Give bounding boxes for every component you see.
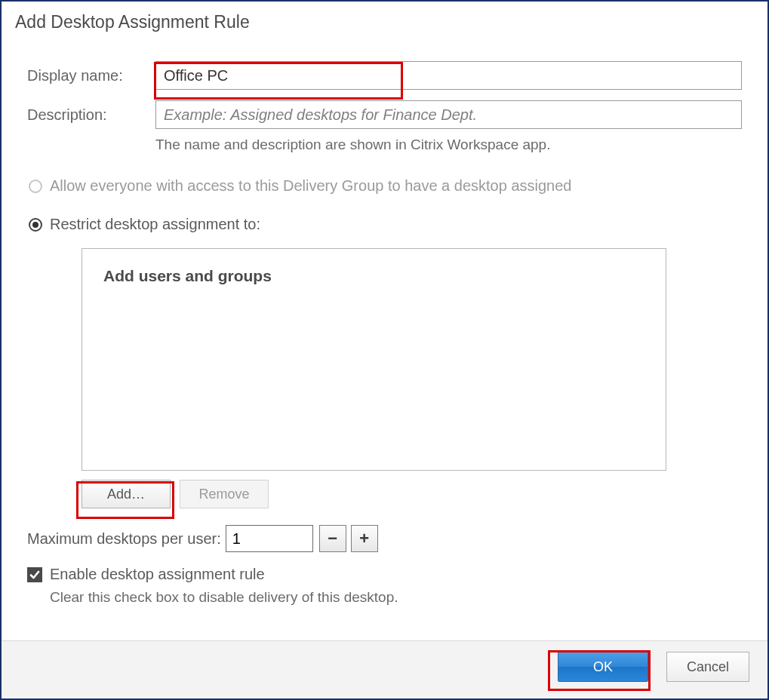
dialog-add-desktop-assignment-rule: Add Desktop Assignment Rule Display name… — [0, 0, 769, 700]
radio-icon — [29, 218, 42, 232]
max-desktops-row: Maximum desktops per user: − + — [27, 525, 742, 552]
enable-rule-hint: Clear this check box to disable delivery… — [50, 589, 742, 606]
cancel-button[interactable]: Cancel — [666, 652, 749, 682]
max-desktops-label: Maximum desktops per user: — [27, 530, 221, 548]
label-description: Description: — [27, 106, 155, 124]
fields-hint: The name and description are shown in Ci… — [27, 137, 742, 153]
description-input[interactable] — [155, 100, 742, 129]
ok-button[interactable]: OK — [558, 652, 648, 682]
add-button[interactable]: Add… — [82, 480, 171, 508]
users-groups-heading: Add users and groups — [103, 267, 644, 285]
max-desktops-input[interactable] — [226, 525, 313, 552]
radio-restrict-to[interactable]: Restrict desktop assignment to: — [27, 216, 742, 233]
radio-allow-everyone: Allow everyone with access to this Deliv… — [27, 177, 742, 195]
dialog-footer: OK Cancel — [2, 640, 767, 698]
label-display-name: Display name: — [27, 67, 155, 84]
row-description: Description: — [27, 100, 742, 129]
enable-rule-label: Enable desktop assignment rule — [50, 566, 265, 583]
radio-restrict-to-label: Restrict desktop assignment to: — [50, 216, 260, 233]
remove-button: Remove — [180, 480, 269, 508]
restrict-block: Add users and groups Add… Remove — [82, 248, 742, 508]
display-name-input[interactable] — [155, 61, 742, 90]
users-groups-list[interactable]: Add users and groups — [82, 248, 666, 471]
enable-rule-checkbox-row[interactable]: Enable desktop assignment rule — [27, 566, 742, 583]
row-display-name: Display name: — [27, 61, 742, 90]
users-buttons-row: Add… Remove — [82, 480, 742, 508]
radio-icon — [29, 180, 42, 193]
radio-allow-everyone-label: Allow everyone with access to this Deliv… — [50, 177, 571, 195]
checkbox-checked-icon — [27, 567, 42, 582]
dialog-title: Add Desktop Assignment Rule — [2, 2, 767, 40]
dialog-content: Display name: Description: The name and … — [2, 40, 767, 640]
increment-button[interactable]: + — [351, 525, 378, 552]
decrement-button[interactable]: − — [319, 525, 346, 552]
